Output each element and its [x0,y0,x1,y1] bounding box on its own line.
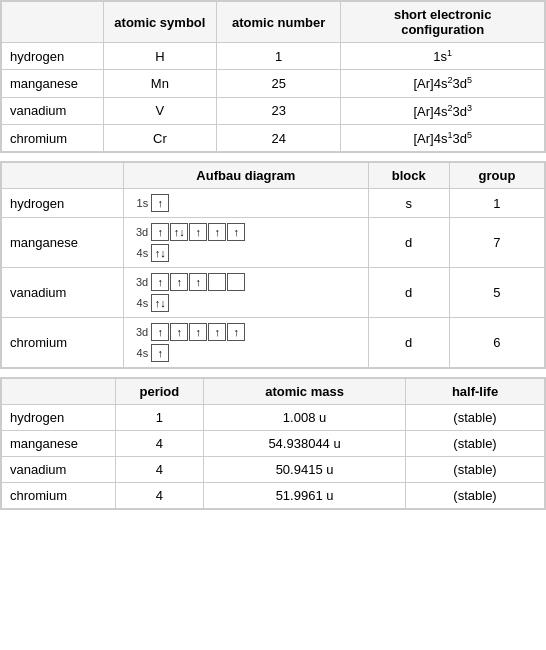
half-life: (stable) [406,457,545,483]
atomic-number: 23 [216,97,340,124]
arrow-box: ↑ [151,194,169,212]
element-name: vanadium [2,97,104,124]
orbital-row-3d: 3d ↑ ↑↓ ↑ ↑ ↑ [132,223,359,241]
orbital-row-3d: 3d ↑ ↑ ↑ [132,273,359,291]
aufbau-cell: 3d ↑ ↑↓ ↑ ↑ ↑ 4s ↑↓ [132,223,359,262]
table2: Aufbau diagram block group hydrogen 1s ↑ [1,162,545,368]
block: d [368,218,449,268]
element-name: chromium [2,124,104,151]
arrow-box: ↑ [208,323,226,341]
arrow-box: ↑ [170,273,188,291]
element-name: hydrogen [2,189,124,218]
orbital-label: 1s [132,197,148,209]
aufbau-diagram: 3d ↑ ↑ ↑ ↑ ↑ 4s ↑ [124,318,368,368]
col-block: block [368,163,449,189]
box-group: ↑↓ [151,244,169,262]
table-row: chromium 4 51.9961 u (stable) [2,483,545,509]
box-group: ↑ [151,194,169,212]
box-group: ↑ [151,344,169,362]
orbital-label: 4s [132,347,148,359]
aufbau-diagram: 1s ↑ [124,189,368,218]
arrow-box: ↑ [189,223,207,241]
atomic-symbol: H [103,43,216,70]
table-row: chromium Cr 24 [Ar]4s13d5 [2,124,545,151]
table-row: vanadium 3d ↑ ↑ ↑ [2,268,545,318]
aufbau-cell: 3d ↑ ↑ ↑ 4s ↑↓ [132,273,359,312]
orbital-label: 3d [132,226,148,238]
arrow-box: ↑ [170,323,188,341]
box-group: ↑ ↑ ↑ [151,273,245,291]
col-period: period [115,379,203,405]
element-name: manganese [2,70,104,97]
table-row: hydrogen H 1 1s1 [2,43,545,70]
element-name: manganese [2,218,124,268]
period: 4 [115,431,203,457]
col-group: group [449,163,544,189]
col-short-config: short electronicconfiguration [341,2,545,43]
orbital-row-3d: 3d ↑ ↑ ↑ ↑ ↑ [132,323,359,341]
element-name: chromium [2,318,124,368]
short-config: [Ar]4s13d5 [341,124,545,151]
box-group: ↑↓ [151,294,169,312]
col-empty3 [2,379,116,405]
element-name: vanadium [2,268,124,318]
col-empty2 [2,163,124,189]
table-row: vanadium 4 50.9415 u (stable) [2,457,545,483]
atomic-number: 1 [216,43,340,70]
arrow-box: ↑ [189,273,207,291]
arrow-box [208,273,226,291]
table-row: chromium 3d ↑ ↑ ↑ ↑ ↑ [2,318,545,368]
group: 7 [449,218,544,268]
atomic-symbol: V [103,97,216,124]
block: d [368,318,449,368]
arrow-box: ↑ [227,223,245,241]
short-config: [Ar]4s23d3 [341,97,545,124]
arrow-box: ↑ [151,273,169,291]
table-row: hydrogen 1s ↑ s 1 [2,189,545,218]
table3: period atomic mass half-life hydrogen 1 … [1,378,545,509]
atomic-symbol: Cr [103,124,216,151]
period: 4 [115,483,203,509]
block: d [368,268,449,318]
orbital-label: 4s [132,247,148,259]
arrow-box: ↑ [151,223,169,241]
atomic-number: 24 [216,124,340,151]
arrow-box: ↑↓ [151,244,169,262]
table1-section: atomic symbol atomic number short electr… [0,0,546,153]
group: 1 [449,189,544,218]
table-row: manganese Mn 25 [Ar]4s23d5 [2,70,545,97]
element-name: chromium [2,483,116,509]
half-life: (stable) [406,483,545,509]
orbital-row-4s: 4s ↑↓ [132,244,359,262]
element-name: vanadium [2,457,116,483]
element-name: manganese [2,431,116,457]
orbital-label: 4s [132,297,148,309]
arrow-box: ↑↓ [151,294,169,312]
col-atomic-symbol: atomic symbol [103,2,216,43]
arrow-box [227,273,245,291]
table-row: manganese 3d ↑ ↑↓ ↑ ↑ ↑ [2,218,545,268]
arrow-box: ↑ [151,323,169,341]
orbital-label: 3d [132,276,148,288]
aufbau-diagram: 3d ↑ ↑ ↑ 4s ↑↓ [124,268,368,318]
atomic-mass: 54.938044 u [204,431,406,457]
atomic-mass: 50.9415 u [204,457,406,483]
orbital-label: 3d [132,326,148,338]
table-row: manganese 4 54.938044 u (stable) [2,431,545,457]
col-aufbau: Aufbau diagram [124,163,368,189]
period: 4 [115,457,203,483]
aufbau-cell: 3d ↑ ↑ ↑ ↑ ↑ 4s ↑ [132,323,359,362]
atomic-mass: 51.9961 u [204,483,406,509]
table3-section: period atomic mass half-life hydrogen 1 … [0,377,546,510]
group: 5 [449,268,544,318]
short-config: [Ar]4s23d5 [341,70,545,97]
table2-section: Aufbau diagram block group hydrogen 1s ↑ [0,161,546,369]
group: 6 [449,318,544,368]
aufbau-diagram: 3d ↑ ↑↓ ↑ ↑ ↑ 4s ↑↓ [124,218,368,268]
orbital-row-4s: 4s ↑ [132,344,359,362]
aufbau-cell: 1s ↑ [132,194,359,212]
period: 1 [115,405,203,431]
table-row: vanadium V 23 [Ar]4s23d3 [2,97,545,124]
arrow-box: ↑ [227,323,245,341]
half-life: (stable) [406,405,545,431]
